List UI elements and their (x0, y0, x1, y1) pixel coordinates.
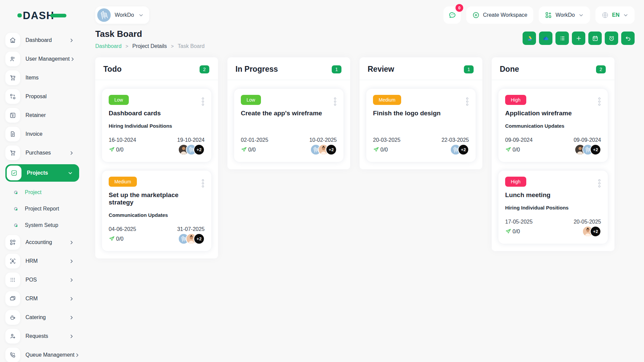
kebab-dot (598, 104, 600, 106)
sidebar-item-catering[interactable]: Catering (5, 310, 79, 325)
card-menu-button[interactable] (201, 178, 205, 189)
sidebar-item-proposal[interactable]: Proposal (5, 89, 79, 104)
sidebar-item-label: Accounting (25, 239, 69, 245)
alarm-button[interactable] (605, 32, 618, 45)
language-label: EN (612, 12, 620, 18)
card-menu-button[interactable] (201, 96, 205, 107)
task-card[interactable]: LowDashboard cardsHiring Individual Posi… (102, 89, 211, 162)
column-header: In Progress1 (227, 57, 350, 80)
sidebar-item-crm[interactable]: CRM (5, 291, 79, 306)
column-cards: LowDashboard cardsHiring Individual Posi… (95, 80, 218, 258)
sidebar-item-pos[interactable]: POS (5, 273, 79, 287)
kebab-dot (202, 104, 204, 106)
language-selector[interactable]: EN (595, 6, 635, 24)
send-icon (373, 146, 379, 153)
check-square-icon (7, 166, 21, 180)
sidebar: DASH DashboardUser ManagementItemsPropos… (0, 0, 86, 362)
calendar-button[interactable] (588, 32, 602, 45)
onedrive-button[interactable] (539, 32, 552, 45)
start-date: 17-05-2025 (505, 219, 533, 225)
kebab-dot (598, 182, 600, 184)
board-column-done: Done2HighApplication wireframeCommunicat… (492, 57, 614, 251)
avatar-overflow-badge: +2 (194, 233, 205, 244)
sidebar-item-label: HRM (25, 258, 69, 264)
requests-icon (5, 329, 20, 344)
main-area: WorkDo 0 Create Workspace WorkDo (86, 0, 644, 362)
start-date: 04-06-2025 (109, 226, 136, 232)
task-card[interactable]: HighLunch meetingHiring Individual Posit… (498, 171, 608, 244)
plus-button[interactable] (572, 32, 585, 45)
sidebar-item-retainer[interactable]: Retainer (5, 108, 79, 123)
task-title: Application wireframe (505, 110, 601, 117)
list-button[interactable] (555, 32, 569, 45)
plus-icon (576, 35, 582, 42)
chevron-right-icon (69, 150, 74, 156)
task-card[interactable]: LowCreate the app's wireframe02-01-20251… (234, 89, 343, 162)
sidebar-item-queue-management[interactable]: Queue Management (5, 348, 79, 362)
task-dates: 16-10-202419-10-2024 (109, 137, 205, 143)
start-date: 02-01-2025 (241, 137, 268, 143)
end-date: 09-09-2024 (574, 137, 601, 143)
sidebar-item-user-management[interactable]: User Management (5, 52, 79, 66)
sidebar-item-purchases[interactable]: Purchases (5, 145, 79, 160)
sidebar-item-label: Retainer (25, 112, 77, 118)
sidebar-item-projects[interactable]: Projects (5, 164, 79, 182)
breadcrumb-dashboard[interactable]: Dashboard (95, 43, 121, 49)
card-menu-button[interactable] (333, 96, 337, 107)
card-menu-button[interactable] (597, 96, 602, 107)
progress-value: 0/0 (513, 229, 520, 235)
sidebar-item-invoice[interactable]: Invoice (5, 127, 79, 141)
sidebar-item-label: Catering (25, 314, 69, 320)
avatar-overflow-badge: +2 (590, 226, 601, 237)
breadcrumb-project-details[interactable]: Project Details (132, 43, 167, 49)
column-title: In Progress (235, 65, 278, 74)
card-menu-button[interactable] (465, 96, 470, 107)
card-menu-button[interactable] (597, 178, 602, 189)
chevron-down-icon (578, 12, 584, 18)
onedrive-icon (542, 35, 549, 42)
column-header: Done2 (492, 57, 614, 80)
create-workspace-button[interactable]: Create Workspace (466, 6, 533, 24)
column-header: Todo2 (95, 57, 218, 80)
sidebar-item-dashboard[interactable]: Dashboard (5, 33, 79, 48)
page-toolbar (523, 32, 635, 45)
task-milestone (373, 123, 469, 129)
sidebar-subitem-project[interactable]: Project (14, 186, 86, 199)
sidebar-item-hrm[interactable]: HRM (5, 254, 79, 268)
sidebar-subitem-project-report[interactable]: Project Report (14, 202, 86, 216)
breadcrumb-separator: > (125, 44, 128, 49)
sidebar-item-items[interactable]: Items (5, 70, 79, 85)
topbar: WorkDo 0 Create Workspace WorkDo (95, 0, 635, 26)
task-title: Set up the marketplace strategy (109, 191, 205, 206)
task-milestone: Communication Updates (505, 123, 601, 129)
workspace-selector[interactable]: WorkDo (95, 6, 149, 24)
task-card[interactable]: MediumFinish the logo design20-03-202522… (366, 89, 476, 162)
sidebar-item-label: POS (25, 277, 69, 283)
home-icon (5, 33, 20, 48)
sidebar-item-label: Dashboard (25, 37, 69, 43)
avatar-overflow-badge: +2 (326, 144, 337, 155)
task-milestone: Hiring Individual Positions (505, 205, 601, 211)
google-drive-button[interactable] (523, 32, 536, 45)
column-title: Review (368, 65, 394, 74)
messages-button[interactable]: 0 (443, 6, 461, 24)
task-milestone: Communication Updates (109, 212, 205, 218)
subtask-progress: 0/0 (505, 146, 520, 153)
progress-value: 0/0 (248, 147, 256, 153)
circle-icon (14, 207, 17, 210)
sidebar-item-accounting[interactable]: Accounting (5, 235, 79, 250)
assignee-avatars: +2 (178, 144, 205, 155)
workdo-apps-button[interactable]: WorkDo (539, 6, 590, 24)
sidebar-item-label: Invoice (25, 131, 77, 137)
users-icon (5, 52, 20, 66)
kebab-dot (334, 104, 336, 106)
task-card[interactable]: HighApplication wireframeCommunication U… (498, 89, 608, 162)
brand-logo[interactable]: DASH (17, 7, 86, 23)
sidebar-subitem-system-setup[interactable]: System Setup (14, 219, 86, 232)
chevron-right-icon (69, 334, 74, 339)
sidebar-item-requests[interactable]: Requests (5, 329, 79, 344)
kebab-dot (334, 98, 336, 100)
column-cards: MediumFinish the logo design20-03-202522… (360, 80, 482, 169)
undo-button[interactable] (621, 32, 635, 45)
task-card[interactable]: MediumSet up the marketplace strategyCom… (102, 171, 211, 251)
